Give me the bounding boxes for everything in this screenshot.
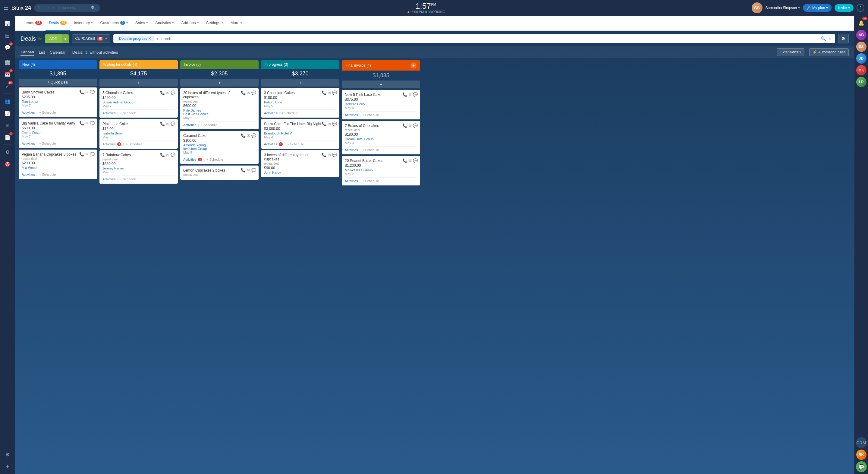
my-plan-button[interactable]: 🚀 My plan ▾ [803,4,832,12]
extensions-button[interactable]: Extensions ▾ [777,48,804,56]
tab-analytics[interactable]: Analytics ▾ [152,16,178,31]
sidebar-avatar-6[interactable]: RK [856,450,867,460]
add-waiting-button[interactable]: + [99,79,178,87]
notifications-icon[interactable]: 🔔59 [856,18,867,28]
deal-card[interactable]: Caramel Cake $100.00 Amanda Young Invest… [180,131,258,164]
search-filter-icon[interactable]: 🔍 [821,36,826,41]
phone-icon[interactable]: 📞 [160,121,165,126]
schedule-link[interactable]: + Schedule [126,142,142,146]
sidebar-icon-add[interactable]: + [2,461,13,472]
deal-card[interactable]: Baby Shower Cakes $295.00 Tom Lopez May … [19,87,97,117]
deal-contact[interactable]: John Hardy [264,171,336,174]
tab-customers[interactable]: Customers 9 ▾ [96,16,131,31]
email-icon[interactable]: ✉ [85,121,89,125]
activities-link[interactable]: Activities [183,158,196,161]
active-filter-tag[interactable]: Deals in progress ✕ [117,36,154,41]
schedule-link[interactable]: + Schedule [362,179,379,183]
activities-link[interactable]: Activities [102,142,116,146]
email-icon[interactable]: ✉ [247,90,250,95]
sidebar-crm-icon[interactable]: CRM [856,437,867,448]
deal-card[interactable]: 7 Rainbow Cakes repeat deal $650.00 Jere… [99,150,178,184]
activities-link[interactable]: Activities [264,142,277,146]
comment-icon[interactable]: 💬 [251,168,256,173]
email-icon[interactable]: ✉ [408,158,412,163]
sidebar-icon-goals[interactable]: 🎯 [2,158,13,170]
comment-icon[interactable]: 💬 [90,121,95,125]
schedule-link[interactable]: + Schedule [39,111,56,114]
deal-card[interactable]: Big Vanilla Cake for Charity Party $600.… [19,119,97,148]
schedule-link[interactable]: + Schedule [120,111,136,115]
subnav-calendar[interactable]: Calendar [50,49,66,56]
activities-link[interactable]: Activities [22,142,35,145]
activities-link[interactable]: Activities [102,111,116,115]
schedule-link[interactable]: + Schedule [39,142,56,145]
email-icon[interactable]: ✉ [328,121,331,126]
sidebar-icon-settings[interactable]: ⚙ [2,449,13,460]
sidebar-avatar-2[interactable]: SS [856,41,867,52]
activities-link[interactable]: Activities [345,148,358,152]
deal-contact2[interactable]: Investors Group [183,147,255,150]
add-deal-button[interactable]: ADD [45,34,61,43]
deal-contact2[interactable]: Best Kids Parties [183,112,255,116]
sidebar-icon-chat[interactable]: 💬3 [2,41,13,53]
remove-filter-icon[interactable]: ✕ [148,36,151,41]
sidebar-avatar-5[interactable]: LP [856,77,867,87]
help-button[interactable]: ? [857,4,864,12]
schedule-link[interactable]: + Schedule [362,148,379,152]
sidebar-icon-contacts[interactable]: 👥 [2,95,13,107]
tab-sales[interactable]: Sales ▾ [132,16,152,31]
sidebar-icon-email[interactable]: ✉ [2,119,13,131]
deal-card[interactable]: Snow Cake For The Hotel Big Night $3,000… [261,119,339,149]
tab-inventory[interactable]: Inventory ▾ [70,16,96,31]
tab-more[interactable]: More ▾ [227,16,246,31]
deal-contact[interactable]: Brandbook Hotel V [264,131,336,135]
add-inprogress-button[interactable]: + [261,79,339,87]
phone-icon[interactable]: 📞 [160,153,165,157]
deal-card[interactable]: Vegan Banana Cupcakes 8 boxes repeat dea… [19,150,97,179]
phone-icon[interactable]: 📞 [321,153,327,157]
email-icon[interactable]: ✉ [85,90,89,94]
subnav-kanban[interactable]: Kanban [21,49,34,56]
email-icon[interactable]: ✉ [247,168,250,173]
search-filter-input[interactable] [156,36,818,41]
schedule-link[interactable]: + Schedule [39,173,56,176]
activities-link[interactable]: Activities [264,111,277,115]
activities-link[interactable]: Activities [345,113,358,117]
phone-icon[interactable]: 📞 [402,123,407,128]
deal-contact[interactable]: Tom Lopez [22,100,94,103]
comment-icon[interactable]: 💬 [332,121,337,126]
email-icon[interactable]: ✉ [247,133,250,138]
comment-icon[interactable]: 💬 [170,153,176,157]
schedule-link[interactable]: + Schedule [120,177,136,181]
phone-icon[interactable]: 📞 [241,168,246,173]
automation-rules-button[interactable]: ⚡ Automation rules [809,48,849,56]
filter-cupcakes-button[interactable]: CUPCAKES 85 ▾ [72,34,110,43]
sidebar-icon-feed[interactable]: ▤ [2,30,13,41]
schedule-link[interactable]: + Schedule [207,158,223,161]
subnav-list[interactable]: List [39,49,45,56]
sidebar-icon-tasks[interactable]: ✓15 [2,81,13,92]
add-deal-dropdown-button[interactable]: ▾ [62,34,69,43]
email-icon[interactable]: ✉ [328,153,331,157]
col-add-icon[interactable]: + [410,62,416,68]
email-icon[interactable]: ✉ [408,123,412,128]
column-settings-button[interactable]: ⚙ [838,34,849,43]
comment-icon[interactable]: 💬 [332,90,337,95]
deal-contact[interactable]: Isabella Berry [102,131,175,135]
invite-button[interactable]: Invite ▾ [835,4,854,12]
comment-icon[interactable]: 💬 [170,90,176,95]
phone-icon[interactable]: 📞 [160,90,165,95]
search-input[interactable] [38,6,89,10]
deal-contact[interactable]: Amanda Young [183,143,255,147]
comment-icon[interactable]: 💬 [413,92,418,97]
comment-icon[interactable]: 💬 [170,121,176,126]
add-invoice-button[interactable]: + [180,79,258,87]
phone-icon[interactable]: 📞 [402,158,407,163]
search-bar[interactable]: 🔍 [34,4,100,12]
tab-leads[interactable]: Leads 35 [20,16,45,31]
deal-contact[interactable]: Patio L Cafe [264,100,336,104]
comment-icon[interactable]: 💬 [90,152,95,156]
sidebar-icon-dashboard[interactable]: 📊 [2,18,13,29]
comment-icon[interactable]: 💬 [413,158,418,163]
email-icon[interactable]: ✉ [166,90,169,95]
